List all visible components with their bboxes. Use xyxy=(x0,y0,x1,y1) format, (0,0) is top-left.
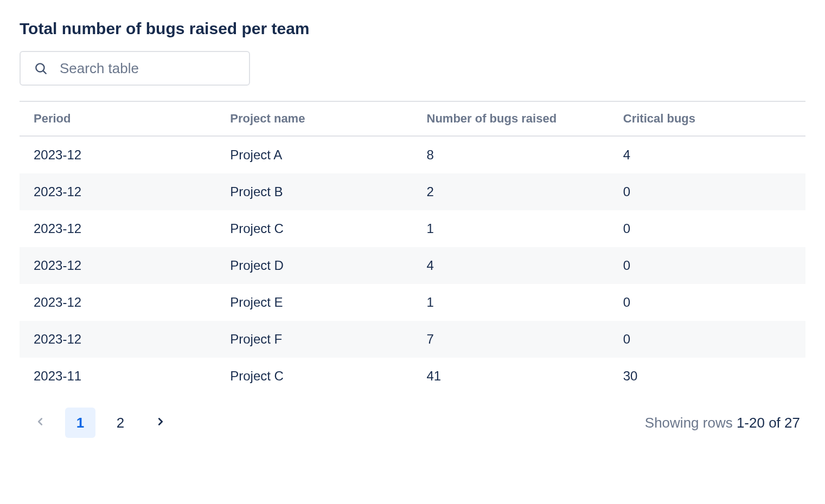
cell-project-name: Project E xyxy=(216,284,412,321)
cell-period: 2023-12 xyxy=(20,247,216,284)
cell-bugs-raised: 4 xyxy=(413,247,609,284)
pagination-controls: 12 xyxy=(25,408,176,438)
cell-bugs-raised: 2 xyxy=(413,173,609,210)
cell-critical-bugs: 4 xyxy=(609,136,805,173)
cell-period: 2023-12 xyxy=(20,321,216,358)
cell-period: 2023-12 xyxy=(20,173,216,210)
column-header-bugs-raised[interactable]: Number of bugs raised xyxy=(413,101,609,136)
table-row: 2023-12Project A84 xyxy=(20,136,805,173)
cell-bugs-raised: 41 xyxy=(413,358,609,395)
rows-total: 27 xyxy=(784,415,800,431)
page-button-1[interactable]: 1 xyxy=(65,408,95,438)
search-input[interactable] xyxy=(20,51,250,86)
search-wrapper xyxy=(20,51,250,86)
cell-project-name: Project A xyxy=(216,136,412,173)
cell-critical-bugs: 0 xyxy=(609,247,805,284)
table-row: 2023-12Project E10 xyxy=(20,284,805,321)
cell-period: 2023-12 xyxy=(20,210,216,247)
cell-period: 2023-12 xyxy=(20,284,216,321)
cell-bugs-raised: 1 xyxy=(413,284,609,321)
pagination-bar: 12 Showing rows 1-20 of 27 xyxy=(20,395,805,438)
cell-bugs-raised: 8 xyxy=(413,136,609,173)
rows-mid: of xyxy=(765,415,784,431)
cell-bugs-raised: 7 xyxy=(413,321,609,358)
cell-critical-bugs: 30 xyxy=(609,358,805,395)
data-table: Period Project name Number of bugs raise… xyxy=(20,101,805,395)
rows-range: 1-20 xyxy=(737,415,765,431)
page-next-button[interactable] xyxy=(145,408,176,438)
table-row: 2023-12Project B20 xyxy=(20,173,805,210)
page-prev-button[interactable] xyxy=(25,408,55,438)
table-row: 2023-12Project D40 xyxy=(20,247,805,284)
cell-bugs-raised: 1 xyxy=(413,210,609,247)
cell-project-name: Project D xyxy=(216,247,412,284)
column-header-critical-bugs[interactable]: Critical bugs xyxy=(609,101,805,136)
cell-project-name: Project C xyxy=(216,210,412,247)
cell-period: 2023-11 xyxy=(20,358,216,395)
chevron-left-icon xyxy=(34,415,46,431)
table-row: 2023-12Project C10 xyxy=(20,210,805,247)
cell-project-name: Project B xyxy=(216,173,412,210)
cell-critical-bugs: 0 xyxy=(609,321,805,358)
table-row: 2023-12Project F70 xyxy=(20,321,805,358)
rows-label: Showing rows xyxy=(645,415,737,431)
page-title: Total number of bugs raised per team xyxy=(20,20,805,38)
table-row: 2023-11Project C4130 xyxy=(20,358,805,395)
cell-project-name: Project C xyxy=(216,358,412,395)
cell-critical-bugs: 0 xyxy=(609,173,805,210)
chevron-right-icon xyxy=(155,415,167,431)
cell-period: 2023-12 xyxy=(20,136,216,173)
cell-project-name: Project F xyxy=(216,321,412,358)
cell-critical-bugs: 0 xyxy=(609,210,805,247)
column-header-project-name[interactable]: Project name xyxy=(216,101,412,136)
cell-critical-bugs: 0 xyxy=(609,284,805,321)
page-button-2[interactable]: 2 xyxy=(105,408,136,438)
column-header-period[interactable]: Period xyxy=(20,101,216,136)
rows-summary: Showing rows 1-20 of 27 xyxy=(645,415,800,431)
